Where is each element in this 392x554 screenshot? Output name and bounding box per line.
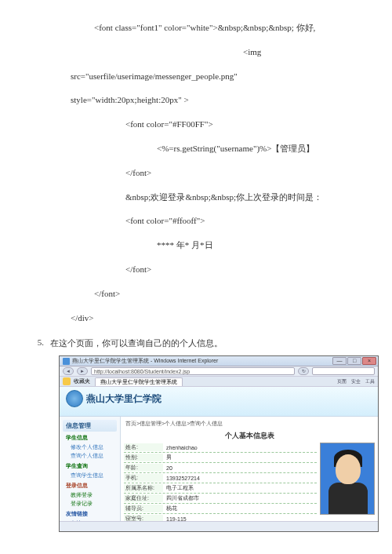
code-line: &nbsp;欢迎登录&nbsp;&nbsp;你上次登录的时间是： bbox=[125, 185, 368, 210]
field-value: 男 bbox=[163, 454, 317, 461]
tab-bar: 收藏夹 燕山大学里仁学院学生管理系统 页面 安全 工具 bbox=[60, 377, 378, 387]
list-item: 5. 在这个页面，你可以查询自己的的个人信息。 bbox=[24, 337, 368, 349]
code-line: **** 年* 月*日 bbox=[157, 233, 368, 257]
sidebar-section: 友情链接 bbox=[66, 510, 117, 518]
code-line: <font color="#ffooff"> bbox=[125, 209, 368, 233]
field-label: 辅导员: bbox=[124, 505, 163, 512]
field-label: 手机: bbox=[124, 474, 163, 482]
table-row: 所属系名称:电子工程系 bbox=[124, 483, 317, 494]
field-value: 四川省成都市 bbox=[163, 494, 317, 502]
forward-button[interactable]: ► bbox=[77, 367, 88, 375]
tab-tools: 页面 安全 工具 bbox=[337, 378, 375, 385]
field-label: 姓名: bbox=[124, 443, 163, 451]
code-line: src="userfile/userimage/messenger_people… bbox=[71, 64, 368, 89]
sidebar-link[interactable]: 教师登录 bbox=[71, 491, 117, 499]
panel-title: 个人基本信息表 bbox=[124, 431, 375, 441]
field-value: 杨花 bbox=[163, 505, 317, 512]
menu-safety[interactable]: 安全 bbox=[351, 378, 361, 385]
screenshot: 燕山大学里仁学院学生管理系统 - Windows Internet Explor… bbox=[59, 355, 368, 532]
info-table: 姓名:zhenhaichao性别:男年龄:20手机:13932527214所属系… bbox=[124, 443, 375, 521]
banner: 燕山大学里仁学院 bbox=[60, 387, 378, 417]
code-line: </div> bbox=[71, 306, 368, 330]
school-name: 燕山大学里仁学院 bbox=[86, 392, 162, 406]
code-line: </font> bbox=[125, 257, 368, 282]
table-row: 手机:13932527214 bbox=[124, 473, 317, 483]
ie-icon bbox=[63, 358, 70, 365]
table-row: 寝室号:119-115 bbox=[124, 514, 317, 521]
table-row: 性别:男 bbox=[124, 453, 317, 463]
sidebar-link[interactable]: 登录记录 bbox=[71, 500, 117, 508]
window-title: 燕山大学里仁学院学生管理系统 - Windows Internet Explor… bbox=[72, 357, 218, 365]
code-line: <font class="font1" color="white">&nbsp;… bbox=[94, 16, 368, 40]
refresh-button[interactable]: ↻ bbox=[298, 367, 309, 375]
main-panel: 首页>信息管理>个人信息>查询个人信息 个人基本信息表 姓名:zhenhaich… bbox=[121, 417, 378, 521]
sidebar-link[interactable]: 查询学生信息 bbox=[71, 472, 117, 479]
favorites-label[interactable]: 收藏夹 bbox=[74, 377, 90, 385]
address-bar[interactable]: http://localhost:8080/Student/index2.jsp bbox=[91, 367, 295, 375]
field-value: 13932527214 bbox=[163, 476, 317, 481]
code-line: style="width:20px;height:20px" > bbox=[71, 88, 368, 112]
status-bar bbox=[60, 521, 378, 531]
menu-page[interactable]: 页面 bbox=[337, 378, 347, 385]
favorites-icon[interactable] bbox=[63, 377, 71, 385]
school-logo-icon bbox=[66, 390, 83, 407]
table-row: 年龄:20 bbox=[124, 463, 317, 473]
list-number: 5. bbox=[24, 337, 44, 349]
sidebar-section: 登录信息 bbox=[66, 482, 117, 490]
list-text: 在这个页面，你可以查询自己的的个人信息。 bbox=[50, 337, 223, 349]
minimize-button[interactable]: — bbox=[332, 357, 347, 365]
field-value: 电子工程系 bbox=[163, 484, 317, 492]
back-button[interactable]: ◄ bbox=[63, 367, 74, 375]
active-tab[interactable]: 燕山大学里仁学院学生管理系统 bbox=[95, 377, 183, 386]
navigation-bar: ◄ ► http://localhost:8080/Student/index2… bbox=[60, 366, 378, 377]
close-button[interactable]: × bbox=[362, 357, 376, 365]
field-value: 20 bbox=[163, 465, 317, 471]
menu-tools[interactable]: 工具 bbox=[365, 378, 375, 385]
field-label: 所属系名称: bbox=[124, 484, 163, 492]
maximize-button[interactable]: □ bbox=[347, 357, 361, 365]
code-line: <font color="#FF00FF"> bbox=[125, 112, 368, 137]
code-line: </font> bbox=[125, 161, 368, 185]
breadcrumb: 首页>信息管理>个人信息>查询个人信息 bbox=[124, 418, 375, 429]
field-label: 性别: bbox=[124, 454, 163, 461]
student-photo bbox=[320, 443, 375, 515]
window-titlebar: 燕山大学里仁学院学生管理系统 - Windows Internet Explor… bbox=[60, 356, 378, 366]
sidebar: 信息管理 学生信息 修改个人信息 查询个人信息 学生查询 查询学生信息 登录信息… bbox=[60, 417, 121, 521]
field-label: 年龄: bbox=[124, 464, 163, 472]
sidebar-link[interactable]: 查询个人信息 bbox=[71, 452, 117, 460]
field-label: 寝室号: bbox=[124, 515, 163, 521]
table-row: 家庭住址:四川省成都市 bbox=[124, 494, 317, 504]
table-row: 姓名:zhenhaichao bbox=[124, 443, 317, 453]
field-label: 家庭住址: bbox=[124, 494, 163, 502]
code-line: <%=rs.getString("username")%>【管理员】 bbox=[157, 137, 368, 161]
search-box[interactable] bbox=[312, 367, 375, 375]
sidebar-header: 信息管理 bbox=[63, 420, 117, 432]
sidebar-section: 学生信息 bbox=[66, 434, 117, 442]
field-value: zhenhaichao bbox=[163, 445, 317, 450]
code-block: <font class="font1" color="white">&nbsp;… bbox=[94, 16, 368, 330]
sidebar-link[interactable]: 修改个人信息 bbox=[71, 443, 117, 451]
browser-window: 燕山大学里仁学院学生管理系统 - Windows Internet Explor… bbox=[59, 355, 379, 532]
code-line: </font> bbox=[94, 282, 368, 306]
table-row: 辅导员:杨花 bbox=[124, 504, 317, 514]
page-content: 燕山大学里仁学院 信息管理 学生信息 修改个人信息 查询个人信息 学生查询 查询… bbox=[60, 387, 378, 521]
sidebar-section: 学生查询 bbox=[66, 462, 117, 470]
code-line: <img bbox=[243, 40, 368, 64]
